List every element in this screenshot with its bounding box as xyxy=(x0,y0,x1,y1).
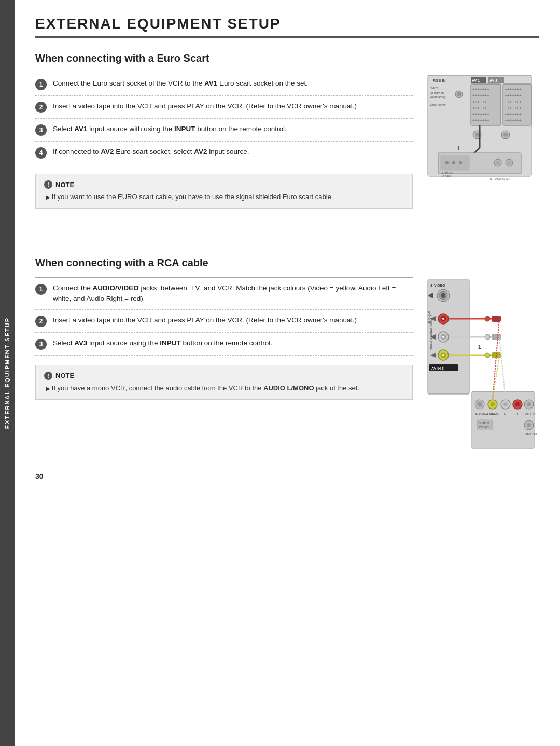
step-item: 4 If connected to AV2 Euro scart socket,… xyxy=(35,142,413,164)
svg-text:+++++++: +++++++ xyxy=(505,87,522,92)
svg-point-43 xyxy=(496,161,500,165)
svg-point-77 xyxy=(485,334,490,340)
rca-step-text-2: Insert a video tape into the VCR and pre… xyxy=(53,315,357,326)
svg-text:+++++++: +++++++ xyxy=(472,93,489,98)
main-content: EXTERNAL EQUIPMENT SETUP When connecting… xyxy=(15,0,560,496)
step-item: 1 Connect the Euro scart socket of the V… xyxy=(35,73,413,96)
step-text-3: Select AV1 input source with using the I… xyxy=(53,124,287,134)
svg-point-11 xyxy=(457,92,461,96)
rca-note-title: ! NOTE xyxy=(44,372,404,380)
svg-line-105 xyxy=(499,337,506,400)
rca-step-text-1: Connect the AUDIO/VIDEO jacks between TV… xyxy=(53,283,413,304)
svg-text:+++++++: +++++++ xyxy=(505,112,522,117)
sidebar: EXTERNAL EQUIPMENT SETUP xyxy=(0,0,15,746)
step-text-4: If connected to AV2 Euro scart socket, s… xyxy=(53,147,249,157)
step-item: 2 Insert a video tape into the VCR and p… xyxy=(35,310,413,333)
euro-scart-content: 1 Connect the Euro scart socket of the V… xyxy=(35,73,539,228)
svg-text:+++++++: +++++++ xyxy=(505,100,522,104)
svg-point-56 xyxy=(442,318,444,320)
svg-text:+++++++: +++++++ xyxy=(472,118,489,123)
note-text: If you want to use the EURO scart cable,… xyxy=(44,192,404,202)
euro-scart-instructions: 1 Connect the Euro scart socket of the V… xyxy=(35,73,413,214)
section-divider xyxy=(35,247,539,257)
svg-point-90 xyxy=(503,402,508,406)
step-item: 1 Connect the AUDIO/VIDEO jacks between … xyxy=(35,278,413,310)
step-item: 2 Insert a video tape into the VCR and p… xyxy=(35,96,413,119)
step-number-2: 2 xyxy=(35,102,47,113)
euro-scart-steps: 1 Connect the Euro scart socket of the V… xyxy=(35,73,413,164)
euro-scart-diagram: RGB IN AV 1 AV 1 AV 2 S/PCI AUDIO IN (RG… xyxy=(425,73,539,228)
sidebar-label: EXTERNAL EQUIPMENT SETUP xyxy=(4,317,10,429)
svg-text:MPONENT: MPONENT xyxy=(430,104,446,107)
rca-note-text: If you have a mono VCR, connect the audi… xyxy=(44,383,404,393)
svg-text:AV 1: AV 1 xyxy=(472,79,480,82)
svg-point-61 xyxy=(442,336,444,338)
svg-point-84 xyxy=(477,402,482,407)
svg-point-74 xyxy=(485,316,490,321)
rca-step-number-2: 2 xyxy=(35,316,47,327)
svg-text:+++++++: +++++++ xyxy=(505,93,522,98)
svg-text:AV 2: AV 2 xyxy=(489,79,497,82)
svg-text:+++++++: +++++++ xyxy=(472,112,489,117)
svg-text:AV IN 3: AV IN 3 xyxy=(431,367,444,370)
svg-text:+++++++: +++++++ xyxy=(472,100,489,104)
svg-text:S-VIDEO: S-VIDEO xyxy=(475,412,488,415)
svg-text:(RGB/DVI): (RGB/DVI) xyxy=(430,96,445,99)
rca-note-icon: ! xyxy=(44,372,52,380)
rca-step-text-3: Select AV3 input source using the INPUT … xyxy=(53,338,272,348)
svg-point-102 xyxy=(527,423,531,427)
svg-point-93 xyxy=(515,402,520,406)
page-title: EXTERNAL EQUIPMENT SETUP xyxy=(35,16,539,38)
svg-text:VIDEO: VIDEO xyxy=(489,412,499,415)
step-number-3: 3 xyxy=(35,124,47,136)
euro-scart-section: When connecting with a Euro Scart 1 Conn… xyxy=(35,52,539,228)
svg-line-104 xyxy=(493,319,499,400)
step-item: 3 Select AV3 input source using the INPU… xyxy=(35,333,413,356)
svg-text:AUDIO IN: AUDIO IN xyxy=(430,92,444,95)
svg-text:VIDEO L(MONO) AUDIO-R: VIDEO L(MONO) AUDIO-R xyxy=(429,315,432,350)
rca-content: 1 Connect the AUDIO/VIDEO jacks between … xyxy=(35,277,539,454)
svg-text:RGB IN: RGB IN xyxy=(433,79,446,82)
step-number-4: 4 xyxy=(35,147,47,159)
rca-step-number-1: 1 xyxy=(35,284,47,295)
svg-point-45 xyxy=(507,161,511,165)
step-item: 3 Select AV1 input source with using the… xyxy=(35,119,413,142)
svg-text:OUTPUT: OUTPUT xyxy=(479,421,489,425)
note-icon: ! xyxy=(44,180,52,189)
svg-text:ANT IN: ANT IN xyxy=(525,412,536,415)
svg-text:S-VIDEO: S-VIDEO xyxy=(430,284,445,287)
euro-scart-note: ! NOTE If you want to use the EURO scart… xyxy=(35,174,413,209)
svg-point-30 xyxy=(503,133,508,137)
note-title: ! NOTE xyxy=(44,180,404,189)
svg-text:R: R xyxy=(516,412,519,415)
svg-text:S/PCI: S/PCI xyxy=(430,87,439,90)
svg-text:+++++++: +++++++ xyxy=(505,106,522,110)
svg-text:+++++++: +++++++ xyxy=(472,106,489,110)
svg-text:+++++++: +++++++ xyxy=(505,118,522,123)
rca-diagram: S-VIDEO AUDIO-R xyxy=(425,277,539,454)
svg-point-96 xyxy=(527,402,531,406)
step-number-1: 1 xyxy=(35,79,47,90)
euro-scart-title: When connecting with a Euro Scart xyxy=(35,52,539,64)
svg-text:+++++++: +++++++ xyxy=(472,87,489,92)
rca-note: ! NOTE If you have a mono VCR, connect t… xyxy=(35,365,413,400)
svg-point-80 xyxy=(485,353,490,358)
rca-section: When connecting with a RCA cable 1 Conne… xyxy=(35,257,539,454)
svg-point-28 xyxy=(475,133,479,137)
svg-point-51 xyxy=(441,293,445,298)
rca-title: When connecting with a RCA cable xyxy=(35,257,539,269)
svg-point-87 xyxy=(491,402,495,406)
rca-steps: 1 Connect the AUDIO/VIDEO jacks between … xyxy=(35,277,413,356)
svg-point-40 xyxy=(452,161,455,164)
svg-rect-73 xyxy=(492,316,501,322)
svg-text:(R) AUDIO (L): (R) AUDIO (L) xyxy=(490,177,510,180)
svg-point-39 xyxy=(445,161,449,164)
svg-text:VIDEO: VIDEO xyxy=(442,175,452,178)
rca-step-number-3: 3 xyxy=(35,339,47,350)
svg-text:ANT OUT: ANT OUT xyxy=(525,433,537,436)
step-text-2: Insert a video tape into the VCR and pre… xyxy=(53,101,357,111)
step-text-1: Connect the Euro scart socket of the VCR… xyxy=(53,78,308,89)
svg-text:1: 1 xyxy=(457,146,460,151)
rca-instructions: 1 Connect the AUDIO/VIDEO jacks between … xyxy=(35,277,413,405)
page-number: 30 xyxy=(35,472,539,481)
